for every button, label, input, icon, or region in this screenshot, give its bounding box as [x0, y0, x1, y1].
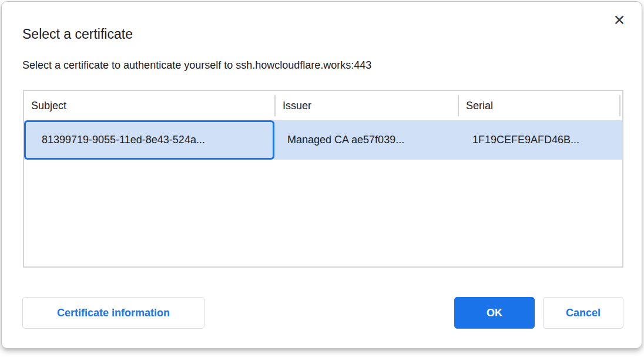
ok-button[interactable]: OK — [454, 297, 535, 329]
certificate-table: Subject Issuer Serial 81399719-9055-11ed… — [23, 90, 623, 268]
column-header-subject: Subject — [24, 91, 274, 120]
column-divider — [619, 95, 620, 116]
column-divider — [458, 95, 459, 116]
close-icon[interactable]: ✕ — [609, 10, 630, 31]
table-header: Subject Issuer Serial — [24, 91, 622, 120]
cell-issuer[interactable]: Managed CA ae57f039... — [274, 120, 458, 160]
table-row[interactable]: 81399719-9055-11ed-8e43-524a... Managed … — [24, 120, 622, 160]
cell-serial[interactable]: 1F19CEFE9AFD46B... — [458, 120, 622, 160]
column-header-serial: Serial — [458, 91, 622, 120]
dialog-subtitle: Select a certificate to authenticate you… — [22, 59, 371, 72]
column-header-issuer: Issuer — [274, 91, 458, 120]
column-divider — [274, 95, 276, 116]
certificate-information-button[interactable]: Certificate information — [22, 297, 204, 329]
cell-subject[interactable]: 81399719-9055-11ed-8e43-524a... — [24, 120, 274, 160]
certificate-picker-dialog: ✕ Select a certificate Select a certific… — [1, 1, 642, 349]
cancel-button[interactable]: Cancel — [543, 297, 623, 329]
page-title: Select a certificate — [22, 26, 133, 42]
